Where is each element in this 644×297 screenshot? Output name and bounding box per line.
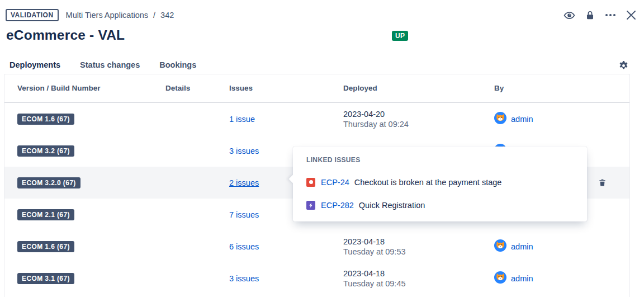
deployed-date: 2023-04-20 [343,109,494,119]
version-badge: ECOM 3.2 (67) [17,145,74,157]
issues-link[interactable]: 6 issues [229,242,259,251]
issue-summary: Checkout is broken at the payment stage [354,178,502,187]
linked-issue-item: ECP-24Checkout is broken at the payment … [306,177,574,187]
deployed-by-link[interactable]: admin [511,115,533,124]
version-cell: ECOM 3.2 (67) [17,145,165,157]
version-badge: ECOM 1.6 (67) [17,114,74,125]
version-cell: ECOM 3.2.0 (67) [17,177,165,188]
issues-cell: 6 issues [229,242,343,252]
popup-title: LINKED ISSUES [306,156,574,164]
more-icon[interactable] [604,9,617,21]
column-header-details: Details [165,84,229,92]
deployed-by-link[interactable]: admin [511,242,533,251]
delete-icon[interactable] [596,177,608,189]
table-header-row: Version / Build Number Details Issues De… [4,74,629,103]
deployed-time: Tuesday at 09:45 [343,279,494,289]
version-cell: ECOM 2.1 (67) [17,209,165,220]
deployed-date: 2023-04-18 [343,268,494,279]
user-avatar [494,271,506,286]
user-avatar [494,112,506,126]
watch-icon[interactable] [563,9,575,21]
issue-key-link[interactable]: ECP-282 [321,201,354,210]
version-badge: ECOM 3.1 (67) [17,273,74,284]
breadcrumb-deployment-link[interactable]: 342 [160,11,174,20]
breadcrumb-application-link[interactable]: Multi Tiers Applications [66,11,148,20]
issues-link[interactable]: 2 issues [229,178,259,187]
issues-link[interactable]: 1 issue [229,115,255,124]
linked-issue-item: ECP-282Quick Registration [306,200,574,210]
by-cell: admin [494,112,629,126]
deployed-cell: 2023-04-18Tuesday at 09:53 [343,237,494,257]
deployed-date: 2023-04-18 [343,237,494,247]
by-cell: admin [494,271,629,286]
issues-cell: 1 issue [229,114,343,124]
version-cell: ECOM 3.1 (67) [17,273,165,284]
column-header-by: By [494,84,629,92]
column-header-deployed: Deployed [343,84,494,92]
epic-icon [306,201,315,210]
page-title: eCommerce - VAL [6,27,125,43]
column-header-issues: Issues [229,84,343,92]
popup-issue-list: ECP-24Checkout is broken at the payment … [306,177,574,210]
version-badge: ECOM 1.6 (67) [17,241,74,252]
issues-link[interactable]: 3 issues [229,274,259,283]
deployed-cell: 2023-04-18Tuesday at 09:45 [343,268,494,289]
version-badge: ECOM 2.1 (67) [17,209,74,220]
issue-key-link[interactable]: ECP-24 [321,178,349,187]
settings-icon[interactable] [617,59,629,72]
linked-issues-popup: LINKED ISSUES ECP-24Checkout is broken a… [293,147,587,221]
breadcrumb: VALIDATION Multi Tiers Applications / 34… [6,8,637,22]
issues-link[interactable]: 3 issues [229,147,259,155]
status-badge: UP [392,31,408,41]
issue-summary: Quick Registration [359,201,425,210]
column-header-version: Version / Build Number [17,84,165,92]
issues-cell: 3 issues [229,274,343,284]
table-row[interactable]: ECOM 1.6 (67)6 issues2023-04-18Tuesday a… [4,230,629,262]
table-row[interactable]: ECOM 3.1 (67)3 issues2023-04-18Tuesday a… [4,262,629,294]
version-badge: ECOM 3.2.0 (67) [17,177,80,188]
version-cell: ECOM 1.6 (67) [17,114,165,125]
version-cell: ECOM 1.6 (67) [17,241,165,252]
environment-badge: VALIDATION [6,9,59,21]
issues-link[interactable]: 7 issues [229,210,259,219]
window-actions [563,9,637,21]
breadcrumb-separator: / [153,11,155,20]
deployed-cell: 2023-04-20Thursday at 09:24 [343,109,494,129]
deployed-time: Tuesday at 09:53 [343,247,494,257]
title-row: eCommerce - VAL [6,27,125,45]
bug-icon [306,178,315,187]
by-cell: admin [494,239,629,254]
user-avatar [494,239,506,254]
deployed-time: Thursday at 09:24 [343,119,494,129]
lock-icon[interactable] [584,9,596,21]
deployed-by-link[interactable]: admin [511,274,533,283]
close-icon[interactable] [625,9,637,21]
table-row[interactable]: ECOM 1.6 (67)1 issue2023-04-20Thursday a… [4,103,629,135]
